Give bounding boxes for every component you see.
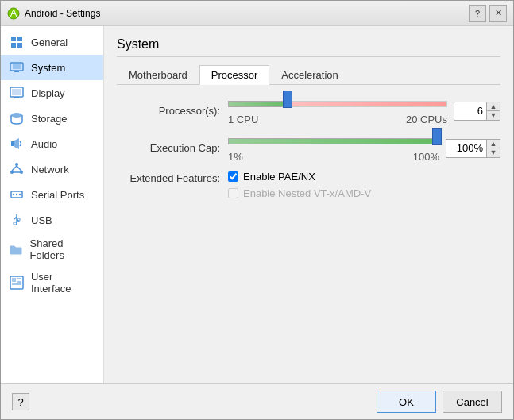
usb-icon: [9, 212, 25, 228]
sidebar-item-label: Audio: [31, 138, 57, 150]
pae-nx-checkbox-row: Enable PAE/NX: [228, 171, 371, 183]
tab-bar: Motherboard Processor Acceleration: [117, 65, 500, 85]
sidebar-item-usb[interactable]: USB: [1, 207, 103, 233]
svg-rect-34: [12, 283, 21, 285]
svg-line-19: [17, 166, 21, 171]
sidebar-item-network[interactable]: Network: [1, 156, 103, 182]
pae-nx-checkbox[interactable]: [228, 171, 238, 182]
sidebar-item-label: Storage: [31, 113, 68, 125]
sidebar-item-user-interface[interactable]: User Interface: [1, 266, 103, 299]
execution-slider-bg-green: [228, 138, 437, 144]
cancel-button[interactable]: Cancel: [443, 391, 502, 413]
sidebar-item-serial-ports[interactable]: Serial Ports: [1, 182, 103, 207]
ok-button[interactable]: OK: [377, 391, 436, 413]
sidebar-item-shared-folders[interactable]: Shared Folders: [1, 233, 103, 266]
svg-point-24: [19, 194, 21, 195]
svg-rect-4: [11, 43, 16, 48]
extended-features-row: Extended Features: Enable PAE/NX Enable …: [117, 171, 500, 199]
user-interface-icon: [9, 275, 25, 291]
processor-label: Processor(s):: [117, 105, 220, 117]
footer: ? OK Cancel: [1, 383, 513, 419]
sidebar-item-label: USB: [31, 214, 52, 226]
features-checkboxes: Enable PAE/NX Enable Nested VT-x/AMD-V: [228, 171, 371, 199]
window-body: General System Display Storage: [1, 26, 513, 383]
svg-rect-10: [12, 89, 21, 95]
svg-marker-14: [14, 138, 19, 149]
processor-increment-button[interactable]: ▲: [487, 102, 500, 111]
execution-slider-marks: 1% 100%: [228, 151, 439, 163]
shared-folders-icon: [9, 241, 24, 257]
processor-settings: Processor(s): 1 CPU 20 CPUs: [117, 96, 500, 199]
sidebar-item-general[interactable]: General: [1, 29, 103, 55]
svg-rect-32: [17, 278, 21, 279]
network-icon: [9, 161, 25, 177]
svg-rect-33: [17, 281, 21, 283]
processor-control: 1 CPU 20 CPUs ▲ ▼: [228, 96, 500, 125]
execution-spin-buttons: ▲ ▼: [486, 140, 500, 157]
svg-rect-31: [12, 278, 16, 282]
nested-vt-checkbox[interactable]: [228, 188, 238, 198]
title-bar: A Android - Settings ? ✕: [1, 1, 513, 26]
processor-decrement-button[interactable]: ▼: [487, 111, 500, 120]
svg-rect-29: [17, 218, 20, 221]
main-content: System Motherboard Processor Acceleratio…: [104, 26, 513, 383]
sidebar-item-label: Serial Ports: [31, 189, 84, 201]
processor-max-label: 20 CPUs: [406, 114, 447, 125]
execution-slider-track[interactable]: [228, 133, 439, 149]
sidebar-item-label: User Interface: [31, 271, 95, 295]
processor-slider-track[interactable]: [228, 96, 447, 112]
processor-spin-buttons: ▲ ▼: [486, 102, 500, 120]
processor-slider-marks: 1 CPU 20 CPUs: [228, 114, 447, 125]
sidebar-item-storage[interactable]: Storage: [1, 106, 103, 131]
svg-rect-13: [11, 141, 14, 146]
execution-slider-thumb[interactable]: [432, 128, 442, 145]
tab-acceleration[interactable]: Acceleration: [269, 65, 350, 85]
execution-slider-container: 1% 100%: [228, 133, 439, 163]
sidebar-item-label: General: [31, 37, 68, 48]
tab-processor[interactable]: Processor: [199, 65, 270, 85]
svg-line-18: [12, 166, 17, 171]
general-icon: [9, 34, 25, 50]
sidebar-item-display[interactable]: Display: [1, 80, 103, 106]
nested-vt-label: Enable Nested VT-x/AMD-V: [243, 187, 371, 199]
svg-point-22: [13, 194, 14, 195]
processor-slider-bg-green: [228, 101, 288, 107]
display-icon: [9, 85, 25, 101]
sidebar-item-label: System: [31, 62, 65, 74]
processor-slider-container: 1 CPU 20 CPUs: [228, 96, 447, 125]
svg-rect-7: [13, 64, 21, 69]
execution-spinbox[interactable]: ▲ ▼: [446, 139, 500, 158]
processor-spinbox[interactable]: ▲ ▼: [454, 102, 500, 121]
processor-row: Processor(s): 1 CPU 20 CPUs: [117, 96, 500, 125]
execution-increment-button[interactable]: ▲: [487, 140, 500, 148]
processor-min-label: 1 CPU: [228, 114, 258, 125]
svg-rect-11: [14, 97, 19, 98]
processor-slider-thumb[interactable]: [283, 91, 292, 108]
window-title: Android - Settings: [25, 8, 469, 19]
processor-value-input[interactable]: [454, 102, 486, 120]
execution-cap-control: 1% 100% ▲ ▼: [228, 133, 500, 163]
execution-max-label: 100%: [413, 151, 439, 163]
sidebar-item-label: Display: [31, 87, 65, 99]
settings-window: A Android - Settings ? ✕ General System: [0, 0, 514, 420]
sidebar-item-label: Shared Folders: [30, 237, 95, 261]
sidebar-item-audio[interactable]: Audio: [1, 131, 103, 156]
execution-cap-label: Execution Cap:: [117, 142, 220, 154]
execution-decrement-button[interactable]: ▼: [487, 148, 500, 157]
sidebar-item-system[interactable]: System: [1, 55, 103, 80]
close-window-button[interactable]: ✕: [489, 5, 507, 22]
tab-motherboard[interactable]: Motherboard: [117, 65, 199, 85]
nested-vt-checkbox-row: Enable Nested VT-x/AMD-V: [228, 187, 371, 199]
execution-value-input[interactable]: [446, 140, 486, 157]
execution-min-label: 1%: [228, 151, 243, 163]
svg-point-23: [16, 194, 17, 195]
pae-nx-label[interactable]: Enable PAE/NX: [243, 171, 315, 183]
svg-rect-2: [11, 37, 16, 41]
svg-rect-8: [14, 71, 19, 72]
svg-rect-5: [17, 43, 22, 48]
svg-point-12: [11, 113, 22, 118]
help-button[interactable]: ?: [12, 393, 29, 410]
serial-ports-icon: [9, 187, 25, 202]
help-window-button[interactable]: ?: [469, 5, 486, 22]
svg-text:A: A: [10, 7, 17, 19]
